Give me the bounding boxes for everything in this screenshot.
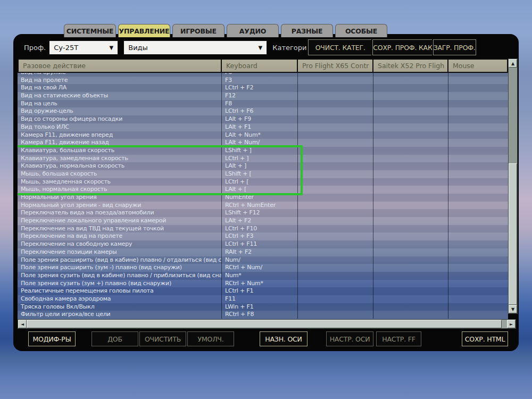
- table-row[interactable]: Вид на пролете F3: [18, 77, 508, 85]
- toolbar-button[interactable]: ОЧИСТ. КАТЕГ.: [308, 39, 372, 55]
- vertical-scrollbar[interactable]: ▲ ▼: [508, 59, 518, 314]
- scroll-up-icon[interactable]: ▲: [509, 59, 517, 68]
- table-row[interactable]: Нормальный угол зрения - вид снаружи RCt…: [18, 202, 508, 210]
- saitek-cell: [373, 248, 448, 256]
- table-row[interactable]: Вид со стороны офицера посадки LAlt + F9: [18, 115, 508, 123]
- table-row[interactable]: Переключение на свободную камеру LCtrl +…: [18, 240, 508, 248]
- saitek-cell: [373, 225, 448, 233]
- profile-select[interactable]: Су-25Т ▼: [49, 40, 118, 55]
- bottom-button-label: УМОЛЧ.: [198, 335, 224, 343]
- table-row[interactable]: Вид на оружие F6: [18, 73, 508, 77]
- keyboard-cell: F12: [222, 92, 298, 100]
- column-header-saitek[interactable]: Saitek X52 Pro Fligh: [373, 59, 448, 73]
- toolbar-button[interactable]: СОХР. ПРОФ. КАК: [372, 39, 433, 55]
- table-row[interactable]: Клавиатура, замедленная скорость LCtrl +…: [18, 155, 508, 163]
- saitek-cell: [373, 311, 448, 319]
- keyboard-cell: LShift + [: [222, 170, 298, 178]
- saitek-cell: [373, 264, 448, 272]
- table-row[interactable]: Вид на цель F8: [18, 100, 508, 108]
- x65-cell: [298, 131, 373, 139]
- action-cell: Вид со стороны офицера посадки: [18, 115, 222, 123]
- scroll-left-icon[interactable]: ◄: [18, 320, 27, 328]
- horizontal-scrollbar[interactable]: ◄ ►: [18, 319, 516, 329]
- action-cell: Свободная камера аэродрома: [18, 295, 222, 303]
- tab[interactable]: АУДИО: [227, 24, 279, 37]
- table-row[interactable]: Поле зрения сузить (вид в кабине) плавно…: [18, 272, 508, 280]
- tab[interactable]: СИСТЕМНЫЕ: [64, 24, 116, 37]
- keyboard-cell: LCtrl + [: [222, 178, 298, 186]
- table-row[interactable]: Клавиатура, большая скорость LShift + ]: [18, 147, 508, 155]
- table-row[interactable]: Переключатель вида на поезда/автомобили …: [18, 209, 508, 217]
- saitek-cell: [373, 84, 448, 92]
- horizontal-scroll-thumb[interactable]: [27, 320, 502, 328]
- category-select[interactable]: Виды ▼: [123, 40, 267, 55]
- table-row[interactable]: Поле зрения сузить (зум +) плавно (вид с…: [18, 280, 508, 288]
- table-row[interactable]: Вид на статические объекты F12: [18, 92, 508, 100]
- bottom-button[interactable]: МОДИФ-РЫ: [28, 331, 76, 346]
- column-header-x65[interactable]: Pro Flight X65 Contr: [298, 59, 373, 73]
- table-rows: Вид на оружие F6 Вид на пролете F3 Вид н…: [18, 73, 508, 319]
- bottom-button[interactable]: НАЗН. ОСИ: [260, 331, 307, 346]
- bottom-button[interactable]: СОХР. HTML: [462, 331, 508, 346]
- action-cell: Переключение локального управления камер…: [18, 217, 222, 225]
- keyboard-cell: RAlt + F2: [222, 248, 298, 256]
- table-row[interactable]: Поле зрения расширить (зум -) плавно (ви…: [18, 264, 508, 272]
- mouse-cell: [448, 232, 508, 240]
- table-row[interactable]: Переключение на вид на пролете LCtrl + F…: [18, 232, 508, 240]
- mouse-cell: [448, 147, 508, 155]
- saitek-cell: [373, 194, 448, 202]
- column-header-mouse[interactable]: Mouse: [448, 59, 508, 73]
- table-row[interactable]: Поле зрения расширить (вид в кабине) пла…: [18, 256, 508, 264]
- saitek-cell: [373, 232, 448, 240]
- tab[interactable]: УПРАВЛЕНИЕ: [118, 24, 170, 37]
- scroll-right-icon[interactable]: ►: [507, 320, 516, 328]
- mouse-cell: [448, 225, 508, 233]
- bottom-button[interactable]: ДОБ: [92, 331, 138, 346]
- bottom-button[interactable]: НАСТР. ОСИ: [326, 331, 373, 346]
- table-row[interactable]: Мышь, большая скорость LShift + [: [18, 170, 508, 178]
- table-row[interactable]: Вид только ИЛС LAlt + F1: [18, 123, 508, 131]
- bottom-button-label: ОЧИСТИТЬ: [145, 335, 181, 343]
- scroll-down-icon[interactable]: ▼: [509, 305, 517, 313]
- table-row[interactable]: Переключение на вид ТВД над текущей точк…: [18, 225, 508, 233]
- tab[interactable]: ОСОБЫЕ: [335, 24, 387, 37]
- table-row[interactable]: Переключение локального управления камер…: [18, 217, 508, 225]
- mouse-cell: [448, 311, 508, 319]
- x65-cell: [298, 186, 373, 194]
- action-cell: Поле зрения сузить (зум +) плавно (вид с…: [18, 280, 222, 288]
- toolbar-button[interactable]: ЗАГР. ПРОФ.: [433, 39, 476, 55]
- bottom-button[interactable]: ОЧИСТИТЬ: [139, 331, 186, 346]
- table-row[interactable]: Мышь, нормальная скорость LAlt + [: [18, 186, 508, 194]
- table-row[interactable]: Камера F11, движение назад LAlt + Num/: [18, 139, 508, 147]
- bottom-button[interactable]: УМОЛЧ.: [187, 331, 234, 346]
- table-row[interactable]: Тряска головы Вкл/Выкл LWin + F1: [18, 303, 508, 311]
- bottom-button[interactable]: НАСТР. FF: [376, 331, 421, 346]
- column-header-action[interactable]: Разовое действие: [18, 59, 222, 73]
- table-row[interactable]: Свободная камера аэродрома F11: [18, 295, 508, 303]
- tab[interactable]: ИГРОВЫЕ: [172, 24, 225, 37]
- table-row[interactable]: Переключение позиции камеры RAlt + F2: [18, 248, 508, 256]
- tab[interactable]: РАЗНЫЕ: [281, 24, 333, 37]
- mouse-cell: [448, 123, 508, 131]
- vertical-scroll-thumb[interactable]: [509, 163, 517, 305]
- table-row[interactable]: Реалистичные перемещения головы пилота L…: [18, 287, 508, 295]
- x65-cell: [298, 256, 373, 264]
- table-row[interactable]: Мышь, замедленная скорость LCtrl + [: [18, 178, 508, 186]
- table-header: Разовое действие Keyboard Pro Flight X65…: [18, 59, 508, 73]
- table-row[interactable]: Вид оружие-цель LCtrl + F6: [18, 107, 508, 115]
- x65-cell: [298, 311, 373, 319]
- saitek-cell: [373, 147, 448, 155]
- table-row[interactable]: Клавиатура, нормальная скорость LAlt + ]: [18, 162, 508, 170]
- table-row[interactable]: Нормальный угол зрения NumEnter: [18, 194, 508, 202]
- action-cell: Мышь, большая скорость: [18, 170, 222, 178]
- table-row[interactable]: Камера F11, движение вперед LAlt + Num*: [18, 131, 508, 139]
- column-header-keyboard[interactable]: Keyboard: [222, 59, 298, 73]
- saitek-cell: [373, 131, 448, 139]
- saitek-cell: [373, 256, 448, 264]
- table-row[interactable]: Вид на свой ЛА LCtrl + F2: [18, 84, 508, 92]
- mouse-cell: [448, 131, 508, 139]
- toolbar-button-label: ОЧИСТ. КАТЕГ.: [315, 44, 365, 52]
- mouse-cell: [448, 155, 508, 163]
- table-row[interactable]: Фильтр цели игрока/все цели RCtrl + F8: [18, 311, 508, 319]
- saitek-cell: [373, 272, 448, 280]
